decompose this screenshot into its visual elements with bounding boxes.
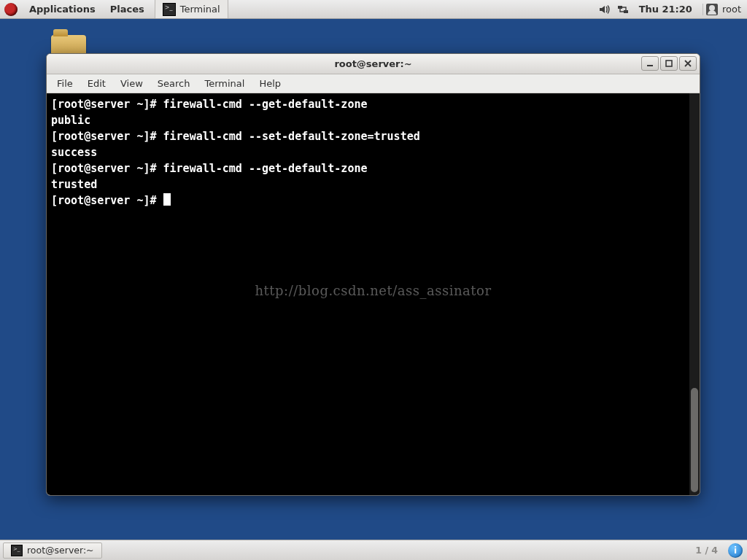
panel-task-label: Terminal: [180, 4, 220, 15]
applications-menu[interactable]: Applications: [22, 0, 103, 19]
system-tray: Thu 21:20 root: [598, 4, 747, 15]
clock[interactable]: Thu 21:20: [636, 4, 695, 15]
menu-file[interactable]: File: [50, 74, 80, 93]
user-menu[interactable]: root: [703, 4, 741, 15]
volume-icon[interactable]: [598, 4, 610, 15]
terminal-icon: [11, 545, 23, 556]
watermark-text: http://blog.csdn.net/ass_assinator: [47, 283, 700, 298]
svg-rect-1: [624, 10, 628, 13]
close-button[interactable]: [679, 56, 697, 71]
network-icon[interactable]: [617, 4, 629, 15]
panel-task-terminal[interactable]: Terminal: [155, 0, 228, 18]
menu-search[interactable]: Search: [150, 74, 198, 93]
terminal-menubar: File Edit View Search Terminal Help: [47, 74, 700, 93]
minimize-button[interactable]: [641, 56, 659, 71]
taskbar-item-terminal[interactable]: root@server:~: [3, 542, 102, 559]
taskbar-item-label: root@server:~: [27, 545, 94, 556]
workspace-indicator[interactable]: 1 / 4: [688, 545, 725, 556]
maximize-button[interactable]: [660, 56, 678, 71]
svg-rect-0: [618, 6, 622, 9]
menu-view[interactable]: View: [113, 74, 150, 93]
user-label: root: [722, 4, 741, 15]
menu-help[interactable]: Help: [252, 74, 288, 93]
terminal-window: root@server:~ File Edit View Search Term…: [46, 53, 700, 496]
menu-edit[interactable]: Edit: [80, 74, 113, 93]
terminal-output: [root@server ~]# firewall-cmd --get-defa…: [47, 93, 700, 211]
top-panel: Applications Places Terminal Thu 21:20 r…: [0, 0, 747, 19]
terminal-scrollbar[interactable]: [689, 93, 700, 495]
terminal-icon: [163, 3, 176, 16]
user-icon: [706, 4, 718, 15]
distro-logo-icon: [4, 3, 18, 16]
svg-rect-3: [666, 61, 672, 66]
window-title: root@server:~: [334, 58, 411, 69]
bottom-panel: root@server:~ 1 / 4 i: [0, 540, 747, 560]
places-menu[interactable]: Places: [103, 0, 152, 19]
window-titlebar[interactable]: root@server:~: [47, 54, 700, 74]
svg-rect-2: [647, 65, 653, 66]
menu-terminal[interactable]: Terminal: [197, 74, 252, 93]
info-icon[interactable]: i: [728, 543, 743, 558]
scrollbar-thumb[interactable]: [691, 388, 698, 492]
terminal-area[interactable]: [root@server ~]# firewall-cmd --get-defa…: [47, 93, 700, 495]
